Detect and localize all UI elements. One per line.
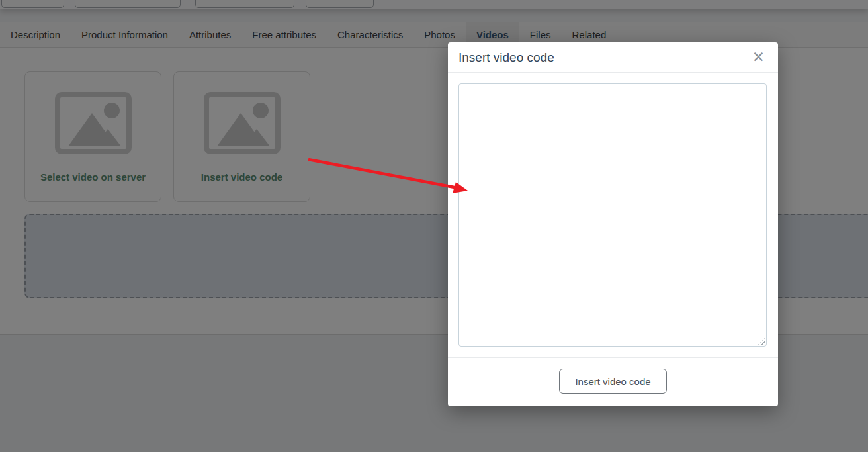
insert-video-code-modal: Insert video code ✕ Insert video code xyxy=(448,42,778,406)
modal-footer: Insert video code xyxy=(448,357,778,404)
insert-video-code-button[interactable]: Insert video code xyxy=(559,369,666,394)
product-editor-page: { "colors": { "accent_green": "#5b8d72",… xyxy=(0,0,868,452)
video-code-textarea[interactable] xyxy=(458,83,767,347)
modal-close-button[interactable]: ✕ xyxy=(747,48,770,66)
modal-header: Insert video code ✕ xyxy=(448,42,778,73)
modal-body xyxy=(448,73,778,357)
close-icon: ✕ xyxy=(752,48,765,66)
modal-title: Insert video code xyxy=(458,50,554,65)
